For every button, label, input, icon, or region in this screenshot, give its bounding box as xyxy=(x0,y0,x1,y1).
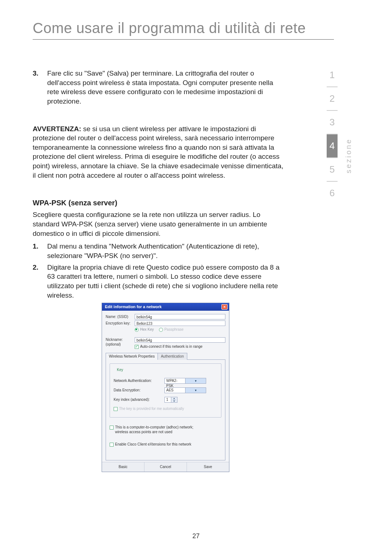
tab-panel: Key Network Authentication: WPA2-PSK ▾ D… xyxy=(106,359,225,461)
section-nav-6[interactable]: 6 xyxy=(327,182,338,205)
auto-key-checkbox[interactable] xyxy=(114,407,118,411)
section-nav-1[interactable]: 1 xyxy=(327,64,338,87)
data-encryption-value: AES xyxy=(165,388,185,393)
dialog-title: Edit information for a network xyxy=(105,304,162,310)
step-number: 3. xyxy=(33,69,47,106)
key-index-value: 1 xyxy=(165,397,171,402)
adhoc-checkbox[interactable] xyxy=(110,426,114,430)
adhoc-label-line1: This is a computer-to-computer (adhoc) n… xyxy=(115,425,193,429)
network-auth-label: Network Authentication: xyxy=(114,378,164,383)
content-body: 3. Fare clic su "Save" (Salva) per termi… xyxy=(33,69,287,472)
step-text: Fare clic su "Save" (Salva) per terminar… xyxy=(47,69,287,106)
step-number: 2. xyxy=(33,263,47,300)
warning-label: AVVERTENZA: xyxy=(33,125,81,133)
wpa-psk-heading: WPA-PSK (senza server) xyxy=(33,198,287,208)
network-auth-dropdown[interactable]: WPA2-PSK ▾ xyxy=(164,378,206,384)
ordered-step-2: 2. Digitare la propria chiave di rete Qu… xyxy=(33,263,287,300)
dialog-body: Name: (SSID) belkin54g Encryption key: B… xyxy=(102,311,229,462)
chevron-down-icon: ▾ xyxy=(185,388,206,393)
section-nav-4[interactable]: 4 xyxy=(327,134,338,158)
data-encryption-dropdown[interactable]: AES ▾ xyxy=(164,387,206,393)
auto-key-label: The key is provided for me automatically xyxy=(119,407,184,411)
section-nav-3[interactable]: 3 xyxy=(327,111,338,134)
autoconnect-checkbox[interactable] xyxy=(135,345,139,349)
dialog-titlebar[interactable]: Edit information for a network × xyxy=(102,303,229,311)
data-encryption-label: Data Encryption: xyxy=(114,388,164,393)
tab-wireless-properties[interactable]: Wireless Network Properties xyxy=(106,353,158,360)
warning-block: AVVERTENZA: se si usa un client wireless… xyxy=(33,124,287,180)
nickname-input[interactable]: belkin54g xyxy=(135,337,225,343)
page-number: 27 xyxy=(0,532,392,540)
key-index-spinner[interactable]: 1 ▲▼ xyxy=(164,397,177,403)
dialog-tabs: Wireless Network Properties Authenticati… xyxy=(106,352,225,359)
chevron-down-icon: ▾ xyxy=(185,378,206,383)
section-label: sezione xyxy=(344,138,353,173)
autoconnect-label: Auto-connect if this network is in range xyxy=(140,345,203,349)
close-icon[interactable]: × xyxy=(221,304,228,310)
network-edit-dialog: Edit information for a network × Name: (… xyxy=(102,303,229,472)
hex-key-radio-label: Hex Key xyxy=(140,327,154,331)
section-navigation: 1 2 3 4 5 6 xyxy=(327,64,338,205)
section-nav-2[interactable]: 2 xyxy=(327,87,338,111)
save-button[interactable]: Save xyxy=(187,462,229,472)
encryption-key-input[interactable]: Belkin123 xyxy=(135,321,225,326)
section-nav-5[interactable]: 5 xyxy=(327,158,338,182)
passphrase-radio[interactable] xyxy=(159,328,163,332)
basic-button[interactable]: Basic xyxy=(102,462,144,472)
page: Come usare il programma di utilità di re… xyxy=(0,0,392,560)
step-number: 1. xyxy=(33,242,47,260)
cancel-button[interactable]: Cancel xyxy=(144,462,187,472)
dialog-buttons: Basic Cancel Save xyxy=(102,462,229,472)
step-text: Digitare la propria chiave di rete Quest… xyxy=(47,263,287,300)
adhoc-label-line2: wireless access points are not used xyxy=(115,430,172,434)
ssid-label: Name: (SSID) xyxy=(106,314,135,319)
passphrase-radio-label: Passphrase xyxy=(164,327,184,331)
ssid-input[interactable]: belkin54g xyxy=(135,314,225,319)
network-auth-value: WPA2-PSK xyxy=(165,378,185,383)
warning-text: se si usa un client wireless per attivar… xyxy=(33,125,283,179)
cisco-ext-label: Enable Cisco Client eXtensions for this … xyxy=(115,442,191,446)
spinner-down-icon: ▼ xyxy=(173,400,176,403)
wpa-psk-intro: Scegliere questa configurazione se la re… xyxy=(33,210,287,238)
nickname-label: Nickname: (optional) xyxy=(106,337,135,347)
encryption-key-label: Encryption key: xyxy=(106,321,135,326)
key-fieldset-legend: Key xyxy=(116,367,124,372)
ordered-step-3: 3. Fare clic su "Save" (Salva) per termi… xyxy=(33,69,287,106)
key-index-label: Key index (advanced): xyxy=(114,397,164,402)
tab-authentication[interactable]: Authentication xyxy=(158,353,187,360)
hex-key-radio[interactable] xyxy=(135,328,139,332)
page-title: Come usare il programma di utilità di re… xyxy=(33,20,334,40)
step-text: Dal menu a tendina "Network Authenticati… xyxy=(47,242,287,260)
ordered-step-1: 1. Dal menu a tendina "Network Authentic… xyxy=(33,242,287,260)
key-fieldset: Key Network Authentication: WPA2-PSK ▾ D… xyxy=(110,363,221,418)
cisco-ext-checkbox[interactable] xyxy=(110,443,114,447)
